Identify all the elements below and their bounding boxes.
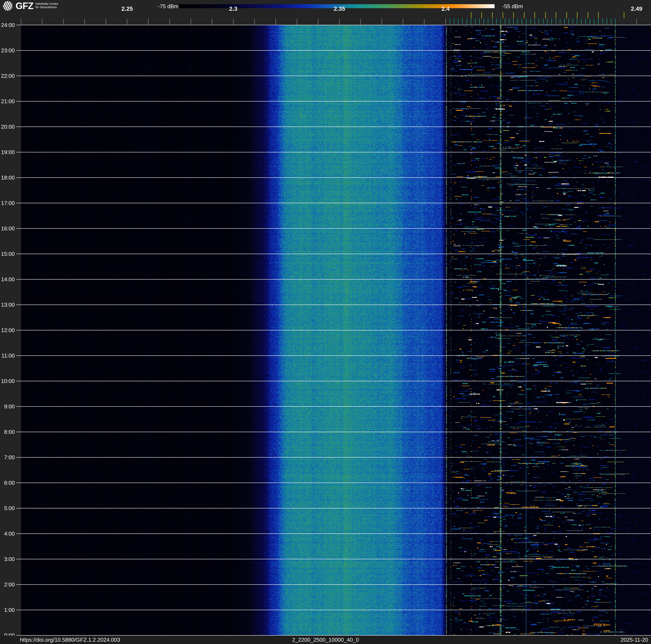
time-axis-label: 10:00: [0, 378, 15, 384]
freq-minor-tick: [381, 19, 382, 25]
freq-minor-tick: [63, 19, 64, 25]
doi-link: https://doi.org/10.5880/GFZ.1.2.2024.003: [20, 637, 120, 643]
ble-channel-tick: [450, 19, 450, 25]
dataset-id: 2_2200_2500_10000_40_0: [292, 637, 359, 643]
freq-minor-tick: [127, 19, 127, 25]
freq-minor-tick: [85, 19, 85, 25]
time-axis-label: 14:00: [0, 276, 15, 283]
ble-channel-tick: [518, 19, 518, 25]
ble-channel-tick: [568, 19, 569, 25]
wifi-channel-tick: [566, 12, 567, 18]
hour-gridline: [21, 482, 651, 483]
freq-minor-tick: [445, 19, 446, 25]
hour-gridline: [21, 126, 651, 127]
hour-gridline: [21, 177, 651, 178]
wifi-channel-tick: [588, 12, 588, 18]
hour-gridline: [21, 355, 651, 356]
ble-channel-tick: [564, 19, 565, 25]
time-axis-label: 11:00: [0, 352, 15, 359]
time-tick: [17, 406, 21, 407]
time-tick: [17, 228, 21, 229]
freq-minor-tick: [42, 19, 42, 25]
ble-channel-tick: [462, 19, 463, 25]
hour-gridline: [21, 406, 651, 407]
spectrogram-viewer: GFZ Helmholtz Centre for Geosciences -75…: [0, 0, 651, 644]
time-tick: [17, 76, 21, 76]
freq-minor-tick: [636, 19, 637, 25]
ble-channel-tick: [458, 19, 459, 25]
time-axis-label: 22:00: [0, 73, 15, 79]
hour-gridline: [21, 152, 651, 152]
time-axis-label: 5:00: [0, 505, 15, 511]
freq-minor-tick: [297, 19, 297, 25]
ble-channel-tick: [573, 19, 573, 25]
freq-axis-label: 2.25: [121, 5, 133, 12]
time-axis-label: 12:00: [0, 327, 15, 333]
hour-gridline: [21, 76, 651, 76]
ble-channel-tick: [615, 19, 616, 25]
freq-minor-tick: [339, 19, 340, 25]
time-tick: [17, 254, 21, 254]
ble-channel-tick: [526, 19, 526, 25]
time-tick: [17, 330, 21, 330]
ble-channel-tick: [598, 19, 598, 25]
hour-gridline: [21, 304, 651, 305]
ble-channel-tick: [556, 19, 556, 25]
time-axis-label: 6:00: [0, 480, 15, 486]
time-tick: [17, 152, 21, 152]
time-tick: [17, 50, 21, 51]
ble-channel-tick: [522, 19, 522, 25]
time-tick: [17, 559, 21, 559]
ble-channel-tick: [505, 19, 505, 25]
time-axis-label: 21:00: [0, 98, 15, 105]
time-axis-label: 23:00: [0, 47, 15, 54]
time-axis-label: 9:00: [0, 403, 15, 410]
ble-channel-tick: [509, 19, 509, 25]
ble-channel-tick: [530, 19, 531, 25]
hour-gridline: [21, 279, 651, 280]
wifi-channel-tick: [598, 12, 599, 18]
ble-channel-tick: [500, 19, 501, 25]
ble-channel-tick: [471, 19, 471, 25]
time-tick: [17, 508, 21, 508]
time-tick: [17, 126, 21, 127]
hour-gridline: [21, 101, 651, 101]
time-axis-label: 4:00: [0, 530, 15, 537]
hour-gridline: [21, 50, 651, 51]
freq-minor-tick: [233, 19, 234, 25]
freq-axis-label: 2.3: [229, 5, 237, 12]
hour-gridline: [21, 457, 651, 458]
frequency-axis: 2.252.32.352.42.49: [0, 0, 651, 25]
freq-minor-tick: [148, 19, 149, 25]
ble-channel-tick: [594, 19, 594, 25]
freq-axis-label: 2.49: [631, 5, 642, 12]
hour-gridline: [21, 610, 651, 610]
ble-channel-tick: [479, 19, 479, 25]
time-axis-label: 24:00: [0, 22, 15, 28]
hour-gridline: [21, 584, 651, 585]
ble-channel-tick: [467, 19, 467, 25]
wifi-channel-tick: [624, 12, 624, 18]
time-axis-label: 13:00: [0, 302, 15, 308]
time-axis-label: 19:00: [0, 149, 15, 155]
time-tick: [17, 101, 21, 101]
date-label: 2025-11-20: [621, 637, 648, 643]
freq-minor-tick: [424, 19, 425, 25]
time-tick: [17, 203, 21, 203]
freq-minor-tick: [254, 19, 255, 25]
ble-channel-tick: [539, 19, 539, 25]
ble-channel-tick: [607, 19, 607, 25]
ble-channel-tick: [484, 19, 484, 25]
hour-gridline: [21, 228, 651, 229]
time-tick: [17, 355, 21, 356]
ble-channel-tick: [581, 19, 582, 25]
freq-axis-label: 2.35: [334, 5, 345, 12]
ble-channel-tick: [454, 19, 454, 25]
hour-gridline: [21, 559, 651, 559]
time-axis-label: 1:00: [0, 607, 15, 613]
freq-minor-tick: [169, 19, 170, 25]
freq-minor-tick: [360, 19, 361, 25]
wifi-channel-tick: [492, 12, 493, 18]
ble-channel-tick: [547, 19, 548, 25]
wifi-channel-tick: [513, 12, 514, 18]
